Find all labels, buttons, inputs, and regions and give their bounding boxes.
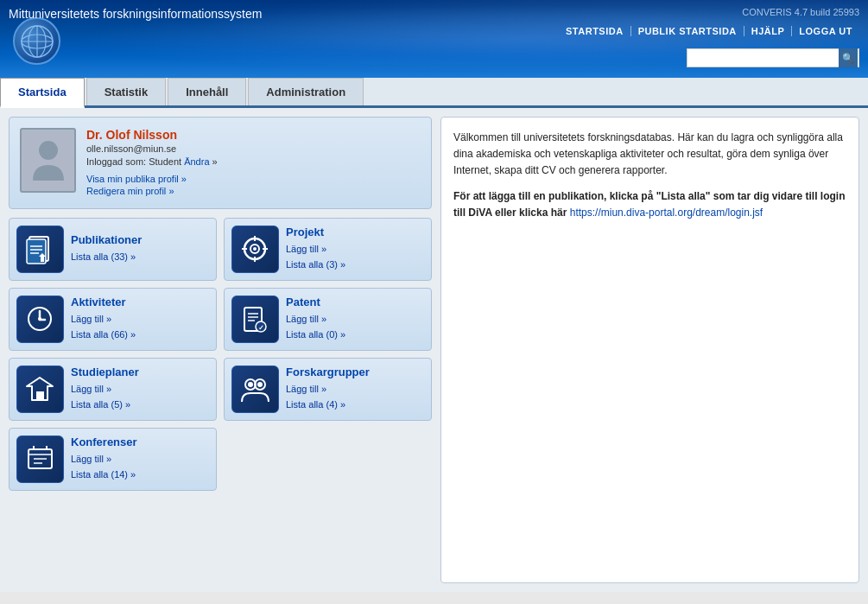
tab-startsida[interactable]: Startsida (0, 78, 85, 108)
module-card-konferenser: Konferenser Lägg till Lista alla (14) (9, 428, 217, 491)
svg-point-5 (39, 141, 58, 160)
module-card-aktiviteter: Aktiviteter Lägg till Lista alla (66) (9, 288, 217, 351)
welcome-text-1: Välkommen till universitetets forsknings… (453, 130, 846, 180)
projekt-lagg-till[interactable]: Lägg till (286, 242, 424, 257)
module-card-publikationer: Publikationer Lista alla (33) (9, 218, 217, 281)
welcome-text-2: För att lägga till en publikation, klick… (453, 188, 846, 221)
left-panel: Dr. Olof Nilsson olle.nilsson@miun.se In… (9, 117, 432, 583)
user-role: Inloggad som: Student Ändra » (86, 156, 421, 167)
publikationer-lista-alla[interactable]: Lista alla (33) (71, 250, 209, 265)
diva-link[interactable]: https://miun.diva-portal.org/dream/login… (570, 207, 763, 219)
search-button[interactable]: 🔍 (839, 48, 858, 67)
avatar (20, 128, 76, 193)
tab-innehall[interactable]: Innehåll (168, 78, 246, 105)
forskargrupper-lagg-till[interactable]: Lägg till (286, 382, 424, 397)
module-title-forskargrupper: Forskargrupper (286, 366, 424, 378)
studieplaner-icon (16, 366, 64, 413)
user-email: olle.nilsson@miun.se (86, 143, 421, 154)
change-role-link[interactable]: Ändra (184, 156, 209, 167)
studieplaner-lista-alla[interactable]: Lista alla (5) (71, 397, 209, 413)
nav-logga-ut[interactable]: LOGGA UT (792, 26, 859, 36)
module-details-publikationer: Publikationer Lista alla (33) (71, 233, 209, 265)
module-title-aktiviteter: Aktiviteter (71, 296, 209, 308)
patent-lagg-till[interactable]: Lägg till (286, 312, 424, 327)
svg-rect-29 (36, 391, 44, 400)
globe-icon (13, 17, 60, 65)
user-info: Dr. Olof Nilsson olle.nilsson@miun.se In… (86, 128, 421, 198)
aktiviteter-icon (16, 296, 64, 343)
projekt-lista-alla[interactable]: Lista alla (3) (286, 257, 424, 273)
main-content: Dr. Olof Nilsson olle.nilsson@miun.se In… (0, 108, 868, 592)
edit-profile-link[interactable]: Redigera min profil (86, 186, 421, 196)
user-card: Dr. Olof Nilsson olle.nilsson@miun.se In… (9, 117, 432, 209)
module-card-projekt: Projekt Lägg till Lista alla (3) (224, 218, 432, 281)
module-details-aktiviteter: Aktiviteter Lägg till Lista alla (66) (71, 296, 209, 342)
forskargrupper-lista-alla[interactable]: Lista alla (4) (286, 397, 424, 413)
konferenser-lista-alla[interactable]: Lista alla (14) (71, 467, 209, 483)
user-name: Dr. Olof Nilsson (86, 128, 421, 142)
aktiviteter-lagg-till[interactable]: Lägg till (71, 312, 209, 327)
svg-point-33 (257, 382, 263, 387)
module-details-studieplaner: Studieplaner Lägg till Lista alla (5) (71, 366, 209, 412)
svg-point-32 (248, 382, 253, 387)
app-title: Mittuniversitetets forskningsinformation… (9, 7, 262, 21)
module-title-konferenser: Konferenser (71, 436, 209, 448)
studieplaner-lagg-till[interactable]: Lägg till (71, 382, 209, 397)
public-profile-link[interactable]: Visa min publika profil (86, 174, 421, 184)
module-card-patent: ✓ Patent Lägg till Lista alla (0) (224, 288, 432, 351)
svg-text:✓: ✓ (258, 324, 264, 332)
module-details-forskargrupper: Forskargrupper Lägg till Lista alla (4) (286, 366, 424, 412)
user-links: Visa min publika profil Redigera min pro… (86, 174, 421, 196)
module-details-projekt: Projekt Lägg till Lista alla (3) (286, 226, 424, 272)
tabs: Startsida Statistik Innehåll Administrat… (0, 78, 868, 108)
module-title-studieplaner: Studieplaner (71, 366, 209, 378)
patent-icon: ✓ (231, 296, 279, 343)
module-card-studieplaner: Studieplaner Lägg till Lista alla (5) (9, 358, 217, 421)
module-title-publikationer: Publikationer (71, 233, 209, 246)
svg-point-13 (253, 247, 257, 251)
nav-hjalp[interactable]: HJÄLP (744, 26, 793, 36)
svg-point-21 (38, 317, 41, 321)
konferenser-lagg-till[interactable]: Lägg till (71, 452, 209, 467)
konferenser-icon (16, 436, 64, 483)
aktiviteter-lista-alla[interactable]: Lista alla (66) (71, 327, 209, 343)
nav-links: STARTSIDA PUBLIK STARTSIDA HJÄLP LOGGA U… (559, 26, 859, 36)
search-input[interactable] (687, 49, 839, 67)
tab-statistik[interactable]: Statistik (86, 78, 167, 105)
module-title-patent: Patent (286, 296, 424, 308)
module-details-patent: Patent Lägg till Lista alla (0) (286, 296, 424, 342)
tab-administration[interactable]: Administration (248, 78, 364, 105)
module-title-projekt: Projekt (286, 226, 424, 238)
right-panel: Välkommen till universitetets forsknings… (440, 117, 859, 583)
patent-lista-alla[interactable]: Lista alla (0) (286, 327, 424, 343)
search-bar: 🔍 (687, 48, 859, 67)
module-details-konferenser: Konferenser Lägg till Lista alla (14) (71, 436, 209, 482)
app-version: CONVERIS 4.7 build 25993 (742, 7, 859, 17)
publications-icon (16, 226, 64, 273)
forskargrupper-icon (231, 366, 279, 413)
nav-startsida[interactable]: STARTSIDA (559, 26, 631, 36)
nav-publik-startsida[interactable]: PUBLIK STARTSIDA (631, 26, 744, 36)
module-card-forskargrupper: Forskargrupper Lägg till Lista alla (4) (224, 358, 432, 421)
top-bar: Mittuniversitetets forskningsinformation… (0, 0, 868, 78)
modules-grid: Publikationer Lista alla (33) (9, 218, 432, 491)
projekt-icon (231, 226, 279, 273)
